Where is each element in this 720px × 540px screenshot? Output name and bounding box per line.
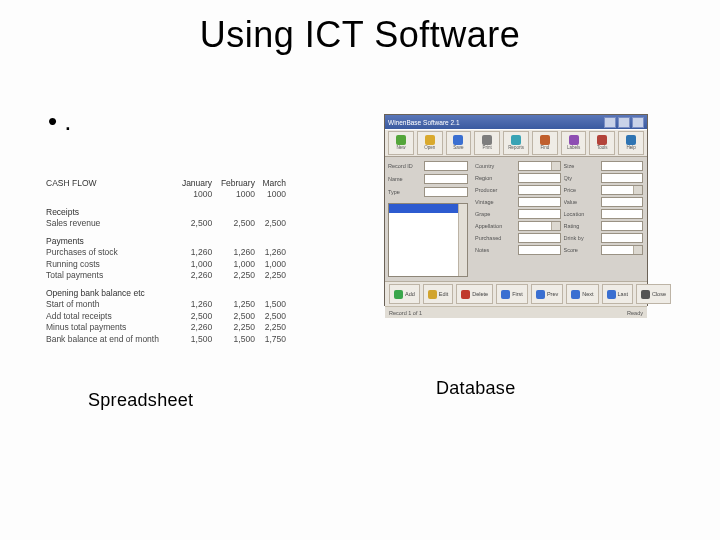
field-input[interactable] <box>424 161 468 171</box>
new-icon <box>396 135 406 145</box>
caption-database: Database <box>436 378 515 399</box>
delete-button[interactable]: Delete <box>456 284 493 304</box>
form-input[interactable] <box>518 233 561 243</box>
form-label: Producer <box>475 187 515 193</box>
close-icon <box>641 290 650 299</box>
toolbar-button-label: Labels <box>567 146 580 151</box>
action-bar: AddEditDeleteFirstPrevNextLastClose <box>385 281 647 306</box>
form-label: Drink by <box>564 235 598 241</box>
window-title: WinenBase Software 2.1 <box>388 119 460 126</box>
button-label: Edit <box>439 291 448 297</box>
search-field: Type <box>388 187 468 197</box>
button-label: Delete <box>472 291 488 297</box>
form-label: Purchased <box>475 235 515 241</box>
caption-spreadsheet: Spreadsheet <box>88 390 193 411</box>
form-label: Vintage <box>475 199 515 205</box>
form-input[interactable] <box>518 161 561 171</box>
window-titlebar: WinenBase Software 2.1 <box>385 115 647 129</box>
add-button[interactable]: Add <box>389 284 420 304</box>
slide: Using ICT Software • . CASH FLOWJanuaryF… <box>0 0 720 540</box>
button-label: Close <box>652 291 666 297</box>
form-input[interactable] <box>601 245 644 255</box>
toolbar-button-label: Open <box>424 146 435 151</box>
last-button[interactable]: Last <box>602 284 633 304</box>
toolbar-labels-button[interactable]: Labels <box>561 131 587 155</box>
tools-icon <box>597 135 607 145</box>
toolbar-button-label: Help <box>627 146 636 151</box>
toolbar-button-label: New <box>396 146 405 151</box>
record-listbox[interactable] <box>388 203 468 277</box>
form-label: Qty <box>564 175 598 181</box>
search-field: Record ID <box>388 161 468 171</box>
bullet-text: . <box>64 106 71 136</box>
toolbar-help-button[interactable]: Help <box>618 131 644 155</box>
form-label: Value <box>564 199 598 205</box>
field-label: Name <box>388 176 422 182</box>
button-label: Prev <box>547 291 558 297</box>
field-input[interactable] <box>424 174 468 184</box>
form-input[interactable] <box>601 197 644 207</box>
search-field: Name <box>388 174 468 184</box>
field-label: Type <box>388 189 422 195</box>
toolbar-open-button[interactable]: Open <box>417 131 443 155</box>
form-input[interactable] <box>601 185 644 195</box>
form-input[interactable] <box>601 209 644 219</box>
form-label: Appellation <box>475 223 515 229</box>
form-input[interactable] <box>601 221 644 231</box>
form-label: Country <box>475 163 515 169</box>
add-icon <box>394 290 403 299</box>
form-input[interactable] <box>601 161 644 171</box>
button-label: Next <box>582 291 593 297</box>
form-label: Grape <box>475 211 515 217</box>
prev-icon <box>536 290 545 299</box>
toolbar-button-label: Tools <box>597 146 608 151</box>
form-input[interactable] <box>518 221 561 231</box>
form-input[interactable] <box>518 197 561 207</box>
delete-icon <box>461 290 470 299</box>
field-input[interactable] <box>424 187 468 197</box>
edit-icon <box>428 290 437 299</box>
close-button[interactable]: Close <box>636 284 671 304</box>
form-label: Notes <box>475 247 515 253</box>
field-label: Record ID <box>388 163 422 169</box>
toolbar-save-button[interactable]: Save <box>446 131 472 155</box>
prev-button[interactable]: Prev <box>531 284 563 304</box>
spreadsheet-figure: CASH FLOWJanuaryFebruaryMarch10001000100… <box>44 178 288 345</box>
form-input[interactable] <box>601 233 644 243</box>
toolbar-button-label: Print <box>483 146 492 151</box>
scrollbar[interactable] <box>458 204 467 276</box>
form-input[interactable] <box>601 173 644 183</box>
button-label: First <box>512 291 523 297</box>
button-label: Add <box>405 291 415 297</box>
maximize-button[interactable] <box>618 117 630 128</box>
toolbar-tools-button[interactable]: Tools <box>589 131 615 155</box>
form-input[interactable] <box>518 185 561 195</box>
labels-icon <box>569 135 579 145</box>
first-button[interactable]: First <box>496 284 528 304</box>
close-window-button[interactable] <box>632 117 644 128</box>
form-input[interactable] <box>518 245 561 255</box>
form-label: Rating <box>564 223 598 229</box>
form-label: Size <box>564 163 598 169</box>
record-list-panel: Record IDNameType <box>385 157 471 281</box>
selected-record-row[interactable] <box>389 204 458 213</box>
toolbar-find-button[interactable]: Find <box>532 131 558 155</box>
form-label: Score <box>564 247 598 253</box>
toolbar-button-label: Reports <box>508 146 524 151</box>
find-icon <box>540 135 550 145</box>
form-label: Location <box>564 211 598 217</box>
main-toolbar: NewOpenSavePrintReportsFindLabelsToolsHe… <box>385 129 647 157</box>
next-button[interactable]: Next <box>566 284 598 304</box>
form-input[interactable] <box>518 209 561 219</box>
minimize-button[interactable] <box>604 117 616 128</box>
toolbar-button-label: Find <box>540 146 549 151</box>
toolbar-new-button[interactable]: New <box>388 131 414 155</box>
next-icon <box>571 290 580 299</box>
window-controls <box>604 117 644 128</box>
toolbar-reports-button[interactable]: Reports <box>503 131 529 155</box>
form-input[interactable] <box>518 173 561 183</box>
button-label: Last <box>618 291 628 297</box>
toolbar-print-button[interactable]: Print <box>474 131 500 155</box>
edit-button[interactable]: Edit <box>423 284 453 304</box>
form-label: Region <box>475 175 515 181</box>
